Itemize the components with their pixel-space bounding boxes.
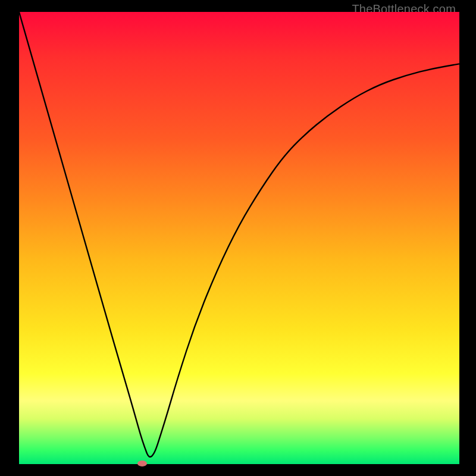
- plot-area: [19, 12, 459, 464]
- minimum-marker: [137, 461, 147, 466]
- chart-frame: TheBottleneck.com: [0, 0, 476, 476]
- curve-path: [19, 12, 459, 457]
- bottleneck-curve: [19, 12, 459, 464]
